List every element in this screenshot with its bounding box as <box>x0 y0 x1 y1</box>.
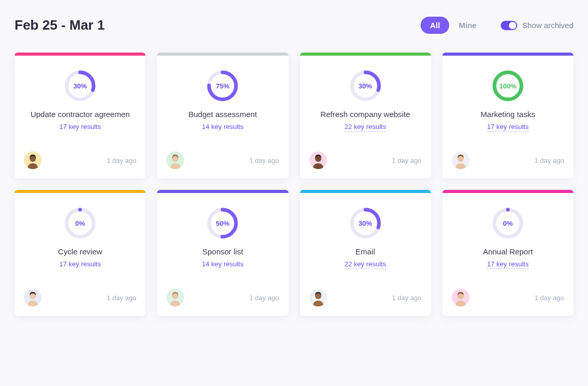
card-timestamp: 1 day ago <box>107 157 136 164</box>
card-title: Marketing tasks <box>475 110 540 119</box>
progress-percent: 75% <box>207 70 238 101</box>
avatar[interactable] <box>309 289 327 306</box>
objective-card[interactable]: 0% Cycle review 17 key results 1 day ago <box>15 190 146 316</box>
avatar[interactable] <box>24 289 42 306</box>
objective-card[interactable]: 30% Refresh company website 22 key resul… <box>300 53 431 178</box>
key-results-link[interactable]: 17 key results <box>59 123 101 131</box>
filter-segment: All Mine <box>421 17 486 34</box>
progress-percent: 100% <box>492 70 524 101</box>
progress-percent: 30% <box>350 208 381 239</box>
progress-ring: 30% <box>64 70 96 101</box>
key-results-link[interactable]: 17 key results <box>487 123 529 132</box>
progress-ring: 50% <box>207 208 238 239</box>
objective-card[interactable]: 75% Budget assessment 14 key results 1 d… <box>157 53 288 178</box>
card-timestamp: 1 day ago <box>534 157 564 164</box>
key-results-link[interactable]: 17 key results <box>487 260 529 269</box>
progress-ring: 30% <box>350 208 381 239</box>
key-results-link[interactable]: 22 key results <box>345 260 386 269</box>
avatar[interactable] <box>24 151 42 169</box>
card-title: Annual Report <box>478 247 538 256</box>
objective-card[interactable]: 30% Update contractor agreemen 17 key re… <box>15 53 146 178</box>
avatar[interactable] <box>166 289 184 306</box>
card-timestamp: 1 day ago <box>392 294 422 302</box>
filter-mine-button[interactable]: Mine <box>449 17 486 34</box>
objective-card[interactable]: 30% Email 22 key results 1 day ago <box>300 190 431 316</box>
progress-percent: 0% <box>64 208 96 239</box>
progress-percent: 30% <box>350 70 381 101</box>
progress-percent: 30% <box>64 70 96 101</box>
card-title: Cycle review <box>53 247 108 256</box>
card-timestamp: 1 day ago <box>392 157 422 164</box>
progress-ring: 100% <box>492 70 524 101</box>
toggle-icon <box>501 21 517 30</box>
objective-card[interactable]: 50% Sponsor list 14 key results 1 day ag… <box>157 190 288 316</box>
card-timestamp: 1 day ago <box>249 157 279 164</box>
objective-card[interactable]: 100% Marketing tasks 17 key results 1 da… <box>442 53 573 178</box>
key-results-link[interactable]: 14 key results <box>202 123 243 131</box>
key-results-link[interactable]: 17 key results <box>59 260 101 268</box>
avatar[interactable] <box>166 151 184 169</box>
card-timestamp: 1 day ago <box>249 294 279 302</box>
avatar[interactable] <box>452 151 469 169</box>
card-title: Refresh company website <box>315 110 415 119</box>
progress-ring: 30% <box>350 70 381 101</box>
progress-percent: 0% <box>492 208 524 239</box>
progress-ring: 75% <box>207 70 238 101</box>
card-title: Budget assessment <box>184 110 263 119</box>
show-archived-toggle[interactable]: Show archived <box>501 21 573 30</box>
key-results-link[interactable]: 14 key results <box>202 260 243 268</box>
progress-percent: 50% <box>207 208 238 239</box>
card-title: Email <box>350 247 381 256</box>
card-title: Update contractor agreemen <box>25 110 135 119</box>
objective-card[interactable]: 0% Annual Report 17 key results 1 day ag… <box>442 190 573 316</box>
card-title: Sponsor list <box>197 247 248 256</box>
key-results-link[interactable]: 22 key results <box>345 123 386 132</box>
avatar[interactable] <box>452 289 469 306</box>
filter-all-button[interactable]: All <box>421 17 449 34</box>
progress-ring: 0% <box>64 208 96 239</box>
card-timestamp: 1 day ago <box>107 294 136 302</box>
page-title: Feb 25 - Mar 1 <box>15 17 104 33</box>
avatar[interactable] <box>309 151 327 169</box>
progress-ring: 0% <box>492 208 524 239</box>
card-timestamp: 1 day ago <box>534 294 564 302</box>
show-archived-label: Show archived <box>522 21 573 30</box>
